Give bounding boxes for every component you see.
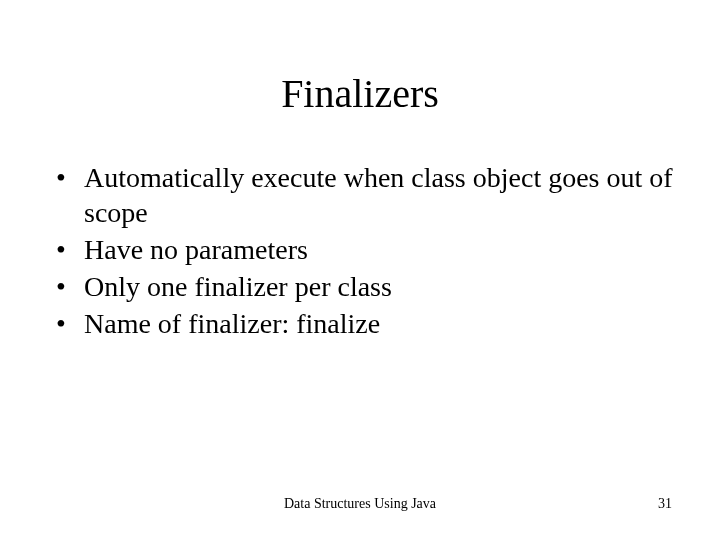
list-item: Automatically execute when class object … [56, 160, 676, 230]
slide: Finalizers Automatically execute when cl… [0, 0, 720, 540]
slide-body: Automatically execute when class object … [56, 160, 676, 343]
slide-title: Finalizers [0, 70, 720, 117]
list-item: Have no parameters [56, 232, 676, 267]
page-number: 31 [658, 496, 672, 512]
list-item: Only one finalizer per class [56, 269, 676, 304]
footer-text: Data Structures Using Java [0, 496, 720, 512]
bullet-list: Automatically execute when class object … [56, 160, 676, 341]
list-item: Name of finalizer: finalize [56, 306, 676, 341]
